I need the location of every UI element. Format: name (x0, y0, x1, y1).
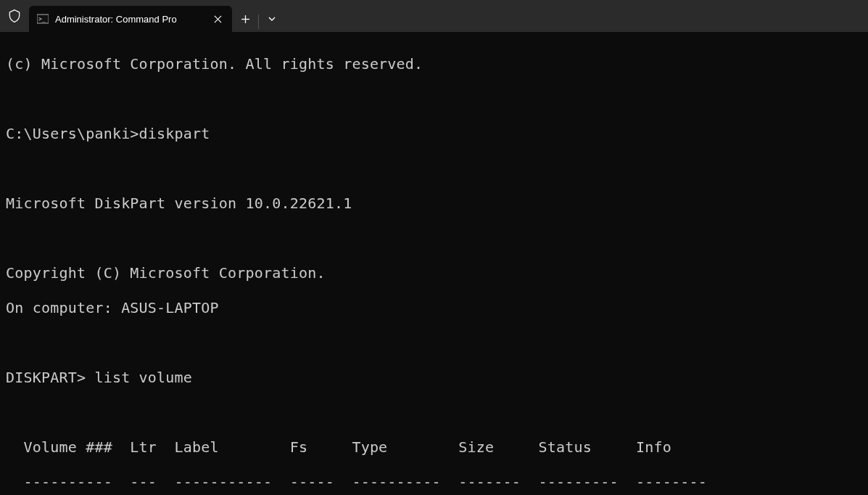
output-line: Microsoft DiskPart version 10.0.22621.1 (6, 195, 862, 212)
output-line: (c) Microsoft Corporation. All rights re… (6, 55, 862, 73)
output-blank (6, 404, 862, 421)
tab-title: Administrator: Command Pro (55, 14, 204, 25)
output-blank (6, 229, 862, 247)
output-line: On computer: ASUS-LAPTOP (6, 299, 862, 316)
terminal-output[interactable]: (c) Microsoft Corporation. All rights re… (0, 32, 868, 495)
svg-text:>_: >_ (38, 16, 46, 22)
table-divider: ---------- --- ----------- ----- -------… (6, 473, 862, 491)
new-tab-button[interactable] (232, 6, 258, 32)
prompt-line: DISKPART> list volume (6, 369, 862, 386)
titlebar: >_ Administrator: Command Pro (0, 0, 868, 32)
tab-active[interactable]: >_ Administrator: Command Pro (29, 6, 232, 32)
cmd-icon: >_ (36, 12, 49, 25)
prompt-line: C:\Users\panki>diskpart (6, 125, 862, 142)
tab-close-button[interactable] (210, 12, 225, 26)
table-header: Volume ### Ltr Label Fs Type Size Status… (6, 438, 862, 456)
output-blank (6, 334, 862, 351)
tab-dropdown-button[interactable] (259, 6, 285, 32)
app-shield-icon (3, 4, 26, 28)
output-line: Copyright (C) Microsoft Corporation. (6, 264, 862, 282)
output-blank (6, 90, 862, 107)
output-blank (6, 160, 862, 177)
